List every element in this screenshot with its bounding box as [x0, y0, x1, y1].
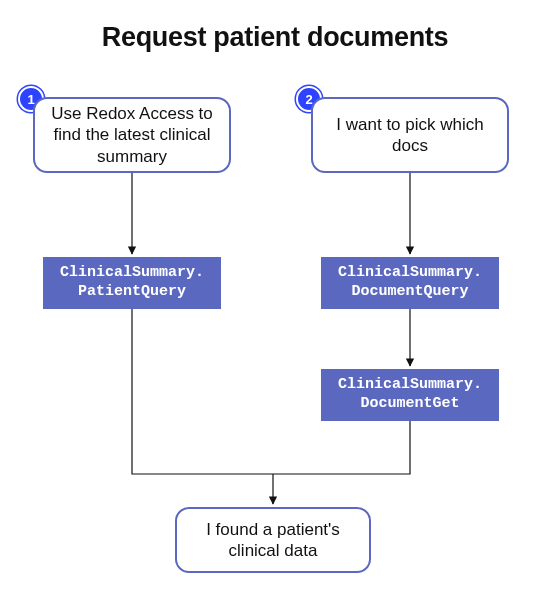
decision-node-2: I want to pick which docs: [311, 97, 509, 173]
decision-node-1: Use Redox Access to find the latest clin…: [33, 97, 231, 173]
diagram-title: Request patient documents: [0, 22, 550, 53]
api-node-patient-query: ClinicalSummary. PatientQuery: [43, 257, 221, 309]
api-node-document-query: ClinicalSummary. DocumentQuery: [321, 257, 499, 309]
api-node-document-get: ClinicalSummary. DocumentGet: [321, 369, 499, 421]
result-node: I found a patient's clinical data: [175, 507, 371, 573]
diagram-canvas: Request patient documents 1 2 Use Redox …: [0, 0, 550, 608]
